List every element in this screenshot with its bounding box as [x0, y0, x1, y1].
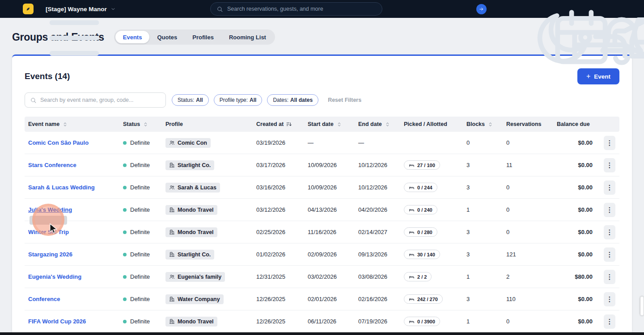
bottom-edge [0, 332, 644, 335]
row-menu-button[interactable]: ⋮ [604, 247, 615, 262]
reset-filters-button[interactable]: Reset Filters [328, 97, 361, 103]
kebab-icon: ⋮ [606, 295, 613, 303]
start-date-cell: — [304, 139, 355, 146]
bed-icon [409, 207, 415, 213]
table-row[interactable]: Comic Con São Paulo Definite Comic Con 0… [25, 132, 619, 154]
dark-mode-icon[interactable] [496, 4, 505, 13]
status-cell: Definite [119, 162, 162, 168]
profile-chip[interactable]: Starlight Co. [165, 250, 214, 260]
table-row[interactable]: Stargazing 2026 Definite Starlight Co. 0… [25, 243, 619, 266]
company-icon [169, 251, 175, 257]
profile-chip[interactable]: Mondo Travel [165, 205, 217, 215]
notifications-bell-icon[interactable] [555, 4, 564, 13]
start-date-cell: 10/09/2026 [304, 184, 355, 191]
row-menu-button[interactable]: ⋮ [604, 225, 615, 239]
status-label: Definite [130, 206, 150, 213]
table-row[interactable]: Sarah & Lucas Wedding Definite Sarah & L… [25, 176, 619, 199]
filter-chip[interactable]: Profile type:All [214, 94, 263, 106]
profile-chip[interactable]: Mondo Travel [165, 317, 217, 327]
table-row[interactable]: FIFA World Cup 2026 Definite Mondo Trave… [25, 310, 619, 333]
profile-chip[interactable]: Water Company [165, 294, 224, 304]
table-row[interactable]: Winter Ski Trip Definite Mondo Travel 02… [25, 221, 619, 243]
end-date-cell: 10/12/2026 [355, 162, 400, 168]
tab-profiles[interactable]: Profiles [185, 31, 221, 43]
row-menu-button[interactable]: ⋮ [604, 292, 615, 306]
profile-chip[interactable]: Mondo Travel [165, 227, 217, 237]
row-menu-button[interactable]: ⋮ [604, 270, 615, 284]
group-icon [169, 184, 175, 190]
account-icon[interactable] [628, 4, 637, 13]
event-name-link[interactable]: Stars Conference [28, 162, 76, 168]
status-cell: Definite [119, 251, 162, 258]
spaces-bed-icon[interactable] [533, 4, 542, 13]
group-icon [169, 274, 175, 280]
status-cell: Definite [119, 273, 162, 280]
row-menu-button[interactable]: ⋮ [604, 314, 615, 329]
filter-chip[interactable]: Dates:All dates [267, 94, 318, 106]
row-menu-button[interactable]: ⋮ [604, 136, 615, 150]
announcements-megaphone-icon[interactable] [573, 4, 582, 13]
global-search[interactable]: Search reservations, guests, and more [210, 2, 382, 16]
profile-name: Mondo Travel [178, 318, 214, 325]
row-menu-button[interactable]: ⋮ [604, 203, 615, 217]
picked-allotted-value: 2 / 2 [417, 274, 427, 280]
picked-allotted-cell: 30 / 140 [400, 250, 463, 259]
status-label: Definite [130, 139, 150, 146]
filter-value: All dates [290, 97, 313, 103]
reservations-cell: 121 [503, 251, 553, 258]
property-selector[interactable]: [Stage] Wayne Manor [46, 6, 116, 13]
event-name-link[interactable]: FIFA World Cup 2026 [28, 318, 86, 325]
event-name-link[interactable]: Conference [28, 296, 60, 302]
sort-icon[interactable] [487, 121, 494, 128]
group-icon [169, 140, 175, 146]
calendar-icon[interactable] [514, 4, 523, 13]
event-name-link[interactable]: Comic Con São Paulo [28, 139, 89, 146]
event-name-link[interactable]: Sarah & Lucas Wedding [28, 184, 95, 191]
event-name-link[interactable]: Eugenia's Wedding [28, 273, 81, 280]
table-row[interactable]: Julia's Wedding Definite Mondo Travel 03… [25, 199, 619, 221]
hamburger-menu-icon[interactable] [7, 4, 16, 13]
status-cell: Definite [119, 318, 162, 325]
created-at-cell: 03/19/2026 [253, 139, 304, 146]
sort-icon[interactable] [336, 121, 343, 128]
sort-icon[interactable] [142, 121, 149, 128]
created-at-cell: 12/26/2025 [253, 318, 304, 325]
sort-icon[interactable] [384, 121, 391, 128]
status-label: Definite [130, 318, 150, 325]
row-menu-button[interactable]: ⋮ [604, 180, 615, 195]
table-row[interactable]: Eugenia's Wedding Definite Eugenia's fam… [25, 266, 619, 288]
table-row[interactable]: Conference Definite Water Company 12/26/… [25, 288, 619, 310]
event-name-link[interactable]: Julia's Wedding [28, 206, 72, 213]
event-search-box[interactable] [25, 92, 166, 108]
col-status: Status [119, 121, 162, 128]
tab-quotes[interactable]: Quotes [149, 31, 185, 43]
logo-mark-icon [25, 5, 32, 13]
profile-chip[interactable]: Comic Con [165, 138, 211, 148]
event-name-link[interactable]: Stargazing 2026 [28, 251, 72, 258]
tab-rooming-list[interactable]: Rooming List [221, 31, 274, 43]
end-date-cell: 04/20/2026 [355, 206, 400, 213]
profile-name: Comic Con [178, 140, 207, 146]
status-cell: Definite [119, 139, 162, 146]
hover-pill [30, 216, 67, 225]
profile-chip[interactable]: Eugenia's family [165, 272, 225, 282]
table-row[interactable]: Stars Conference Definite Starlight Co. … [25, 154, 619, 176]
filter-chip[interactable]: Status:All [172, 94, 209, 106]
status-label: Definite [130, 162, 150, 168]
profile-chip[interactable]: Starlight Co. [165, 160, 214, 170]
sort-desc-icon[interactable] [286, 121, 292, 128]
chat-icon[interactable] [610, 4, 619, 13]
scrollbar-thumb[interactable] [640, 297, 644, 315]
event-name-link[interactable]: Winter Ski Trip [28, 229, 69, 235]
inbox-icon[interactable] [591, 4, 600, 13]
sort-icon[interactable] [62, 121, 68, 128]
app-logo[interactable] [23, 4, 34, 14]
quick-action-button[interactable] [476, 4, 487, 14]
created-at-cell: 03/12/2026 [253, 206, 304, 213]
row-menu-button[interactable]: ⋮ [604, 158, 615, 172]
profile-chip[interactable]: Sarah & Lucas [165, 183, 220, 193]
event-search-input[interactable] [40, 97, 161, 103]
balance-due-cell: $0.00 [553, 318, 600, 325]
created-at-cell: 12/26/2025 [253, 296, 304, 302]
reservations-cell: 110 [503, 296, 553, 302]
